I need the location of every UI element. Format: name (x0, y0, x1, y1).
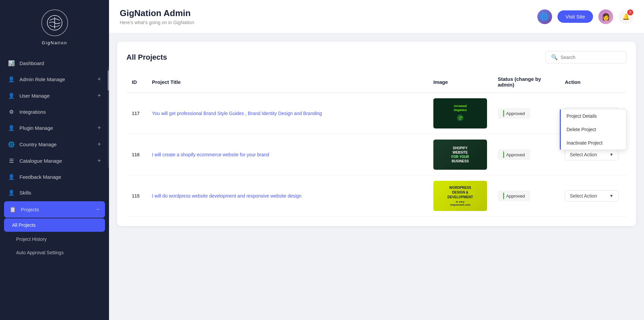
project-history-label: Project History (16, 236, 47, 242)
dropdown-item-delete-project[interactable]: Delete Project (560, 123, 626, 136)
sidebar-item-country-manage[interactable]: 🌐 Country Manage + (0, 136, 109, 153)
sidebar-logo: GigNation (0, 0, 109, 52)
integrations-icon: ⚙ (8, 109, 15, 115)
topbar-title-area: GigNation Admin Here's what's going on i… (120, 8, 194, 25)
row-image: SHOPIFYWEBSITEFOR YOURBUSINESS (428, 134, 492, 175)
sidebar-item-label: User Manage (19, 93, 97, 99)
row-id: 115 (126, 175, 147, 217)
dropdown-divider (560, 109, 561, 150)
project-image-117: ArrowvalOrganics (433, 98, 487, 128)
row-image: WORDPRESSDESIGN &DEVELOPMENT is veryresp… (428, 175, 492, 217)
auto-approval-label: Auto Approval Settings (16, 250, 64, 255)
row-status: Approved (492, 134, 559, 175)
page-subtitle: Here's what's going on in GigNation (120, 20, 194, 25)
sidebar-item-project-history[interactable]: Project History (0, 232, 109, 246)
sidebar-item-feedback-manage[interactable]: 👤 Feedback Manage (0, 169, 109, 185)
chevron-down-icon: ▼ (609, 152, 613, 157)
brand-name: GigNation (42, 40, 67, 45)
avatar[interactable]: 👩 (598, 9, 613, 24)
sidebar-item-admin-role-manage[interactable]: 👤 Admin Role Manage + (0, 71, 109, 88)
status-badge: Approved (498, 191, 530, 201)
sidebar-item-label: Projects (21, 207, 96, 212)
sidebar-item-user-manage[interactable]: 👤 User Manage + (0, 88, 109, 104)
status-badge: Approved (498, 149, 530, 160)
status-bar (503, 151, 504, 158)
sidebar-item-all-projects[interactable]: All Projects (4, 218, 105, 232)
page-title: GigNation Admin (120, 8, 194, 18)
sidebar: GigNation 📊 Dashboard 👤 Admin Role Manag… (0, 0, 109, 320)
table-row: 116 I will create a shopify ecommerce we… (126, 134, 627, 175)
row-status: Approved (492, 175, 559, 217)
col-action: Action (559, 71, 627, 93)
projects-table: ID Project Title Image Status (change by… (126, 71, 627, 217)
projects-subnav: All Projects Project History Auto Approv… (0, 218, 109, 259)
content-area: All Projects 🔍 ID Project Title Image St… (109, 34, 644, 320)
user-icon: 👤 (8, 93, 15, 99)
dashboard-icon: 📊 (8, 60, 15, 66)
col-title: Project Title (147, 71, 428, 93)
search-wrap: 🔍 (545, 51, 627, 63)
sidebar-nav: 📊 Dashboard 👤 Admin Role Manage + 👤 User… (0, 52, 109, 320)
col-image: Image (428, 71, 492, 93)
table-row: 115 I will do wordpress website developm… (126, 175, 627, 217)
sidebar-item-label: Feedback Manage (19, 174, 101, 180)
projects-icon: 📋 (9, 206, 16, 213)
plus-icon: + (97, 141, 101, 148)
row-action: Select Action ▼ (559, 175, 627, 217)
row-title[interactable]: I will do wordpress website development … (147, 175, 428, 217)
globe-icon: 🌐 (537, 9, 552, 24)
country-icon: 🌐 (8, 141, 15, 148)
table-row: 117 You will get professional Brand Styl… (126, 93, 627, 134)
select-action-button-116[interactable]: Select Action ▼ (565, 149, 619, 160)
wordpress-image: WORDPRESSDESIGN &DEVELOPMENT is veryresp… (433, 181, 487, 211)
plugin-icon: 👤 (8, 125, 15, 131)
dropdown-item-project-details[interactable]: Project Details (560, 109, 626, 123)
brand-image: ArrowvalOrganics (433, 98, 487, 128)
status-bar (503, 193, 504, 199)
row-id: 116 (126, 134, 147, 175)
sidebar-item-label: Dashboard (19, 60, 101, 66)
sidebar-item-dashboard[interactable]: 📊 Dashboard (0, 55, 109, 71)
notification-button[interactable]: 🔔 0 (619, 9, 633, 24)
sidebar-item-label: Country Manage (19, 142, 97, 147)
card-header: All Projects 🔍 (126, 51, 627, 63)
sidebar-item-label: Integrations (19, 109, 101, 115)
catalogue-icon: ☰ (8, 158, 15, 164)
dropdown-item-inactivate-project[interactable]: Inactivate Project (560, 136, 626, 150)
topbar: GigNation Admin Here's what's going on i… (109, 0, 644, 34)
all-projects-label: All Projects (12, 222, 36, 228)
sidebar-item-auto-approval-settings[interactable]: Auto Approval Settings (0, 246, 109, 259)
plus-icon: + (97, 124, 101, 131)
col-id: ID (126, 71, 147, 93)
sidebar-item-projects[interactable]: 📋 Projects − (4, 201, 105, 218)
main-content: GigNation Admin Here's what's going on i… (109, 0, 644, 320)
skills-icon: 👤 (8, 190, 15, 196)
visit-site-button[interactable]: Visit Site (557, 10, 593, 23)
search-input[interactable] (560, 55, 621, 60)
minus-icon: − (96, 206, 100, 213)
sidebar-item-plugin-manage[interactable]: 👤 Plugin Manage + (0, 120, 109, 136)
row-title[interactable]: You will get professional Brand Style Gu… (147, 93, 428, 134)
logo-icon (41, 9, 68, 36)
select-action-button-115[interactable]: Select Action ▼ (565, 190, 619, 202)
sidebar-item-skills[interactable]: 👤 Skills (0, 185, 109, 201)
row-action: Select Action ▼ Project Details Delete P… (559, 93, 627, 134)
topbar-actions: 🌐 Visit Site 👩 🔔 0 (537, 9, 633, 24)
admin-icon: 👤 (8, 76, 15, 83)
feedback-icon: 👤 (8, 174, 15, 180)
svg-point-2 (457, 114, 464, 121)
sidebar-item-integrations[interactable]: ⚙ Integrations (0, 104, 109, 120)
action-dropdown-117: Project Details Delete Project Inactivat… (559, 109, 627, 150)
chevron-down-icon: ▼ (609, 194, 613, 198)
projects-card: All Projects 🔍 ID Project Title Image St… (117, 42, 636, 226)
row-id: 117 (126, 93, 147, 134)
sidebar-item-label: Admin Role Manage (19, 76, 97, 82)
sidebar-item-label: Plugin Manage (19, 125, 97, 131)
notification-badge: 0 (627, 9, 633, 15)
sidebar-item-label: Skills (19, 190, 101, 196)
row-title[interactable]: I will create a shopify ecommerce websit… (147, 134, 428, 175)
avatar-image: 👩 (598, 9, 613, 24)
sidebar-item-label: Catalogue Manage (19, 158, 97, 164)
project-image-116: SHOPIFYWEBSITEFOR YOURBUSINESS (433, 140, 487, 170)
sidebar-item-catalogue-manage[interactable]: ☰ Catalogue Manage + (0, 153, 109, 169)
